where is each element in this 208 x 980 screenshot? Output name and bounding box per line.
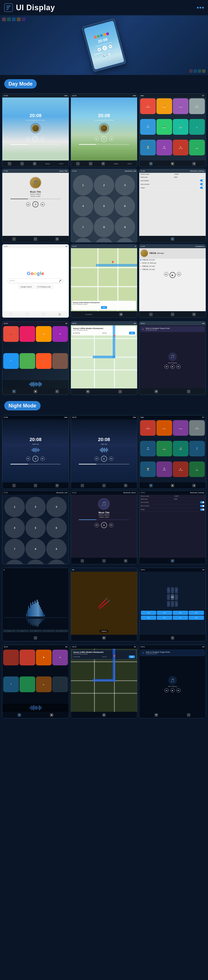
- night-np-bt[interactable]: 🗺: [154, 713, 158, 717]
- nk-5[interactable]: t: [55, 630, 68, 632]
- night-key-6[interactable]: 6: [46, 518, 67, 538]
- night-go-btn[interactable]: GO: [129, 655, 135, 658]
- forward-btn-g[interactable]: ▶: [26, 313, 29, 316]
- nm-play[interactable]: ⏸: [101, 522, 107, 528]
- back-icon[interactable]: ◀: [192, 162, 196, 165]
- go-button[interactable]: GO: [129, 332, 135, 334]
- nk-3[interactable]: e: [29, 630, 42, 632]
- back-btn-g[interactable]: ◀: [9, 313, 13, 316]
- bt-prev[interactable]: ⏮: [26, 202, 30, 207]
- song-item-4[interactable]: 华夏合辑_012.mp3: [139, 268, 206, 271]
- night-cp-phone[interactable]: 📞: [3, 650, 19, 665]
- google-search-btn[interactable]: Google Search: [19, 285, 34, 289]
- nk-2[interactable]: w: [16, 630, 28, 632]
- nav-br[interactable]: ↘: [175, 601, 178, 607]
- phone-icon-bt[interactable]: 📞: [12, 237, 16, 241]
- nav-up[interactable]: ↑: [171, 587, 174, 593]
- hero-play-btn[interactable]: ⏸: [102, 45, 108, 51]
- settings-icon-bt[interactable]: ⚙: [55, 237, 59, 241]
- night-cp-audio[interactable]: 📚: [36, 676, 52, 692]
- func-btn-7[interactable]: F7: [173, 616, 188, 620]
- nav-center[interactable]: OK: [171, 594, 174, 600]
- cp-vol[interactable]: 🔊: [55, 390, 59, 393]
- night-app-bt[interactable]: 🔷BT: [189, 441, 205, 457]
- app-maps[interactable]: 📍Maps: [189, 140, 205, 155]
- night-key-1[interactable]: 1: [5, 497, 25, 517]
- night-play-1[interactable]: ⏸: [33, 456, 38, 462]
- play-btn-2[interactable]: ⏸: [101, 136, 107, 142]
- night-next-2[interactable]: ⏭: [109, 457, 113, 461]
- night-app-music[interactable]: 🎵Music: [156, 420, 172, 436]
- cp-audiobook[interactable]: 📚: [36, 353, 52, 369]
- nav-left[interactable]: ←: [167, 594, 170, 600]
- night-toggle-1[interactable]: [200, 501, 204, 503]
- home-icon[interactable]: 🏠: [171, 162, 174, 165]
- nw-icon[interactable]: 🎵: [34, 636, 37, 640]
- cp-phone[interactable]: 📞: [3, 326, 19, 342]
- night-music-2[interactable]: 🎵: [102, 484, 106, 487]
- next-btn-2[interactable]: ⏭: [109, 137, 113, 141]
- song-item-3[interactable]: 华夏合辑_012.mp3: [139, 265, 206, 268]
- night-key-hash[interactable]: #: [46, 560, 67, 564]
- nm-icon-2[interactable]: 🎵: [102, 559, 106, 563]
- app-telegram[interactable]: ✈Telegram: [140, 98, 156, 114]
- bt-play[interactable]: ⏸: [33, 201, 38, 207]
- night-app-yt[interactable]: ▶YouTube: [173, 461, 189, 477]
- night-settings-1[interactable]: ⚙: [55, 484, 59, 487]
- night-app-tel[interactable]: ✈Telegram: [140, 420, 156, 436]
- func-btn-6[interactable]: F6: [157, 616, 172, 620]
- night-key-9[interactable]: 9: [46, 539, 67, 559]
- nms-icon-2[interactable]: 🎵: [187, 390, 191, 393]
- local-prev[interactable]: ⏮: [164, 272, 168, 276]
- feeling-lucky-btn[interactable]: I'm Feeling Lucky: [35, 285, 52, 289]
- nm-map-icon[interactable]: 🗺: [102, 713, 106, 717]
- key-2[interactable]: 2: [94, 175, 114, 196]
- app-waze[interactable]: 🗺Waze: [140, 119, 156, 135]
- night-cp-music[interactable]: 🎵: [19, 650, 35, 665]
- cp-music2[interactable]: 🎵: [19, 326, 35, 342]
- map-nav-icon[interactable]: 🗺: [119, 313, 123, 316]
- night-app-waze[interactable]: 🗺Waze: [140, 441, 156, 457]
- go-btn[interactable]: GO: [101, 306, 107, 309]
- np-next[interactable]: ⏭: [176, 364, 181, 369]
- power-toggle[interactable]: [200, 187, 204, 189]
- next-btn-1[interactable]: ⏭: [41, 137, 45, 141]
- bt-icon[interactable]: 🔷: [149, 162, 153, 165]
- night-key-4[interactable]: 4: [5, 518, 25, 538]
- local-play[interactable]: ▶: [170, 272, 175, 278]
- night-toggle-3[interactable]: [200, 509, 204, 511]
- night-prev-1[interactable]: ⏮: [26, 457, 30, 461]
- cp-spotify[interactable]: ♪: [19, 353, 35, 369]
- app-vehicle[interactable]: 🚗Vehicle: [156, 119, 172, 135]
- song-item-1[interactable]: 华夏合辑_010.mp3: [139, 258, 206, 262]
- func-btn-8[interactable]: F8: [189, 616, 204, 620]
- key-7[interactable]: 7: [73, 217, 93, 237]
- app-phone[interactable]: 📞Phone: [173, 98, 189, 114]
- key-5[interactable]: 5: [94, 196, 114, 216]
- cp-maps2[interactable]: 🗺: [52, 326, 68, 342]
- night-key-3[interactable]: 3: [46, 497, 67, 517]
- nm-next[interactable]: ⏭: [109, 523, 113, 527]
- nav-tr[interactable]: ↗: [175, 587, 178, 593]
- night-cp-maps[interactable]: 🗺: [52, 650, 68, 665]
- app-music[interactable]: 🎵Music: [156, 98, 172, 114]
- key-4[interactable]: 4: [73, 196, 93, 216]
- key-0[interactable]: 0: [94, 238, 114, 242]
- mic-icon[interactable]: 🎤: [59, 280, 61, 282]
- key-star[interactable]: *: [73, 238, 93, 242]
- nms-icon-1[interactable]: 🗺: [154, 390, 158, 393]
- nav-bl[interactable]: ↙: [167, 601, 170, 607]
- night-cp-home[interactable]: 🏠: [50, 713, 53, 717]
- key-8[interactable]: 8: [94, 217, 114, 237]
- auto-connect-toggle[interactable]: [200, 183, 204, 185]
- night-app-phone[interactable]: 📞Phone: [173, 420, 189, 436]
- night-play-2[interactable]: ⏸: [101, 456, 107, 462]
- music-icon-bt[interactable]: 🎵: [34, 237, 37, 241]
- nav-tl[interactable]: ↖: [167, 587, 170, 593]
- night-home-icon[interactable]: 🏠: [171, 484, 174, 487]
- app-settings[interactable]: ⚙Settings: [189, 98, 205, 114]
- night-cp-more[interactable]: ···: [52, 676, 68, 692]
- settings-icon-1[interactable]: ⚙: [33, 162, 36, 165]
- home-btn-g[interactable]: 🏠: [58, 313, 61, 316]
- play-btn-1[interactable]: ⏸: [33, 136, 38, 142]
